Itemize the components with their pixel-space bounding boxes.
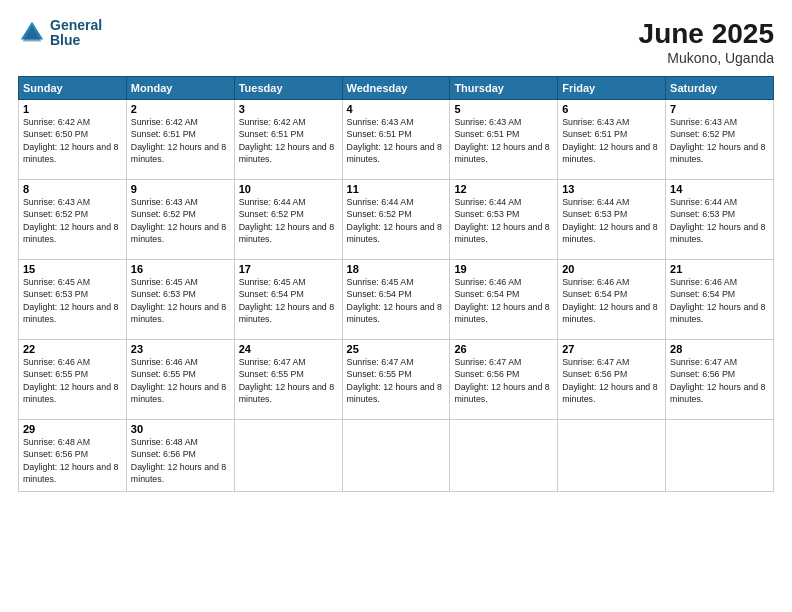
day-number: 11 bbox=[347, 183, 446, 195]
sunset-label: Sunset: 6:51 PM bbox=[562, 129, 627, 139]
day-number: 30 bbox=[131, 423, 230, 435]
sunrise-label: Sunrise: 6:45 AM bbox=[23, 277, 90, 287]
day-number: 6 bbox=[562, 103, 661, 115]
daylight-label: Daylight: 12 hours and 8 minutes. bbox=[23, 142, 118, 164]
daylight-label: Daylight: 12 hours and 8 minutes. bbox=[670, 222, 765, 244]
header: General Blue June 2025 Mukono, Uganda bbox=[18, 18, 774, 66]
weekday-header-sunday: Sunday bbox=[19, 77, 127, 100]
sunset-label: Sunset: 6:56 PM bbox=[131, 449, 196, 459]
weekday-header-row: SundayMondayTuesdayWednesdayThursdayFrid… bbox=[19, 77, 774, 100]
daylight-label: Daylight: 12 hours and 8 minutes. bbox=[239, 222, 334, 244]
sunset-label: Sunset: 6:54 PM bbox=[454, 289, 519, 299]
week-row-2: 8 Sunrise: 6:43 AM Sunset: 6:52 PM Dayli… bbox=[19, 180, 774, 260]
day-cell: 24 Sunrise: 6:47 AM Sunset: 6:55 PM Dayl… bbox=[234, 340, 342, 420]
sunset-label: Sunset: 6:56 PM bbox=[670, 369, 735, 379]
sunset-label: Sunset: 6:53 PM bbox=[562, 209, 627, 219]
day-cell: 4 Sunrise: 6:43 AM Sunset: 6:51 PM Dayli… bbox=[342, 100, 450, 180]
day-info: Sunrise: 6:42 AM Sunset: 6:51 PM Dayligh… bbox=[239, 116, 338, 165]
day-info: Sunrise: 6:45 AM Sunset: 6:53 PM Dayligh… bbox=[23, 276, 122, 325]
sunrise-label: Sunrise: 6:45 AM bbox=[131, 277, 198, 287]
week-row-3: 15 Sunrise: 6:45 AM Sunset: 6:53 PM Dayl… bbox=[19, 260, 774, 340]
sunset-label: Sunset: 6:55 PM bbox=[347, 369, 412, 379]
sunset-label: Sunset: 6:52 PM bbox=[131, 209, 196, 219]
day-number: 15 bbox=[23, 263, 122, 275]
sunrise-label: Sunrise: 6:47 AM bbox=[347, 357, 414, 367]
weekday-header-thursday: Thursday bbox=[450, 77, 558, 100]
day-cell: 21 Sunrise: 6:46 AM Sunset: 6:54 PM Dayl… bbox=[666, 260, 774, 340]
day-info: Sunrise: 6:44 AM Sunset: 6:53 PM Dayligh… bbox=[670, 196, 769, 245]
sunrise-label: Sunrise: 6:46 AM bbox=[454, 277, 521, 287]
day-number: 26 bbox=[454, 343, 553, 355]
day-cell: 7 Sunrise: 6:43 AM Sunset: 6:52 PM Dayli… bbox=[666, 100, 774, 180]
day-cell: 2 Sunrise: 6:42 AM Sunset: 6:51 PM Dayli… bbox=[126, 100, 234, 180]
daylight-label: Daylight: 12 hours and 8 minutes. bbox=[23, 302, 118, 324]
day-cell: 19 Sunrise: 6:46 AM Sunset: 6:54 PM Dayl… bbox=[450, 260, 558, 340]
location: Mukono, Uganda bbox=[639, 50, 774, 66]
day-info: Sunrise: 6:47 AM Sunset: 6:56 PM Dayligh… bbox=[670, 356, 769, 405]
sunset-label: Sunset: 6:53 PM bbox=[454, 209, 519, 219]
day-number: 20 bbox=[562, 263, 661, 275]
sunrise-label: Sunrise: 6:47 AM bbox=[454, 357, 521, 367]
day-info: Sunrise: 6:48 AM Sunset: 6:56 PM Dayligh… bbox=[131, 436, 230, 485]
day-number: 5 bbox=[454, 103, 553, 115]
day-info: Sunrise: 6:44 AM Sunset: 6:52 PM Dayligh… bbox=[239, 196, 338, 245]
day-cell bbox=[666, 420, 774, 492]
sunset-label: Sunset: 6:54 PM bbox=[562, 289, 627, 299]
daylight-label: Daylight: 12 hours and 8 minutes. bbox=[562, 382, 657, 404]
day-cell bbox=[558, 420, 666, 492]
week-row-5: 29 Sunrise: 6:48 AM Sunset: 6:56 PM Dayl… bbox=[19, 420, 774, 492]
day-number: 17 bbox=[239, 263, 338, 275]
weekday-header-friday: Friday bbox=[558, 77, 666, 100]
sunrise-label: Sunrise: 6:46 AM bbox=[562, 277, 629, 287]
day-info: Sunrise: 6:44 AM Sunset: 6:53 PM Dayligh… bbox=[454, 196, 553, 245]
sunrise-label: Sunrise: 6:43 AM bbox=[562, 117, 629, 127]
day-cell: 12 Sunrise: 6:44 AM Sunset: 6:53 PM Dayl… bbox=[450, 180, 558, 260]
day-number: 21 bbox=[670, 263, 769, 275]
sunrise-label: Sunrise: 6:44 AM bbox=[347, 197, 414, 207]
sunrise-label: Sunrise: 6:47 AM bbox=[239, 357, 306, 367]
day-number: 25 bbox=[347, 343, 446, 355]
sunset-label: Sunset: 6:52 PM bbox=[239, 209, 304, 219]
sunset-label: Sunset: 6:56 PM bbox=[454, 369, 519, 379]
sunrise-label: Sunrise: 6:42 AM bbox=[239, 117, 306, 127]
sunrise-label: Sunrise: 6:48 AM bbox=[131, 437, 198, 447]
week-row-1: 1 Sunrise: 6:42 AM Sunset: 6:50 PM Dayli… bbox=[19, 100, 774, 180]
sunset-label: Sunset: 6:53 PM bbox=[23, 289, 88, 299]
sunset-label: Sunset: 6:52 PM bbox=[670, 129, 735, 139]
sunrise-label: Sunrise: 6:47 AM bbox=[562, 357, 629, 367]
day-info: Sunrise: 6:46 AM Sunset: 6:54 PM Dayligh… bbox=[454, 276, 553, 325]
day-info: Sunrise: 6:47 AM Sunset: 6:56 PM Dayligh… bbox=[454, 356, 553, 405]
day-number: 29 bbox=[23, 423, 122, 435]
daylight-label: Daylight: 12 hours and 8 minutes. bbox=[670, 302, 765, 324]
day-cell: 13 Sunrise: 6:44 AM Sunset: 6:53 PM Dayl… bbox=[558, 180, 666, 260]
day-info: Sunrise: 6:43 AM Sunset: 6:51 PM Dayligh… bbox=[347, 116, 446, 165]
day-info: Sunrise: 6:44 AM Sunset: 6:52 PM Dayligh… bbox=[347, 196, 446, 245]
day-cell: 22 Sunrise: 6:46 AM Sunset: 6:55 PM Dayl… bbox=[19, 340, 127, 420]
daylight-label: Daylight: 12 hours and 8 minutes. bbox=[23, 462, 118, 484]
day-cell: 30 Sunrise: 6:48 AM Sunset: 6:56 PM Dayl… bbox=[126, 420, 234, 492]
day-cell: 15 Sunrise: 6:45 AM Sunset: 6:53 PM Dayl… bbox=[19, 260, 127, 340]
day-cell: 25 Sunrise: 6:47 AM Sunset: 6:55 PM Dayl… bbox=[342, 340, 450, 420]
day-cell: 5 Sunrise: 6:43 AM Sunset: 6:51 PM Dayli… bbox=[450, 100, 558, 180]
daylight-label: Daylight: 12 hours and 8 minutes. bbox=[562, 222, 657, 244]
daylight-label: Daylight: 12 hours and 8 minutes. bbox=[454, 142, 549, 164]
weekday-header-wednesday: Wednesday bbox=[342, 77, 450, 100]
daylight-label: Daylight: 12 hours and 8 minutes. bbox=[239, 142, 334, 164]
week-row-4: 22 Sunrise: 6:46 AM Sunset: 6:55 PM Dayl… bbox=[19, 340, 774, 420]
day-cell: 16 Sunrise: 6:45 AM Sunset: 6:53 PM Dayl… bbox=[126, 260, 234, 340]
day-cell bbox=[234, 420, 342, 492]
day-info: Sunrise: 6:46 AM Sunset: 6:55 PM Dayligh… bbox=[131, 356, 230, 405]
day-cell: 11 Sunrise: 6:44 AM Sunset: 6:52 PM Dayl… bbox=[342, 180, 450, 260]
sunset-label: Sunset: 6:56 PM bbox=[562, 369, 627, 379]
day-cell: 28 Sunrise: 6:47 AM Sunset: 6:56 PM Dayl… bbox=[666, 340, 774, 420]
weekday-header-saturday: Saturday bbox=[666, 77, 774, 100]
daylight-label: Daylight: 12 hours and 8 minutes. bbox=[454, 382, 549, 404]
day-info: Sunrise: 6:46 AM Sunset: 6:54 PM Dayligh… bbox=[670, 276, 769, 325]
day-number: 27 bbox=[562, 343, 661, 355]
sunrise-label: Sunrise: 6:44 AM bbox=[239, 197, 306, 207]
month-title: June 2025 bbox=[639, 18, 774, 50]
day-cell: 9 Sunrise: 6:43 AM Sunset: 6:52 PM Dayli… bbox=[126, 180, 234, 260]
sunrise-label: Sunrise: 6:44 AM bbox=[670, 197, 737, 207]
sunrise-label: Sunrise: 6:43 AM bbox=[347, 117, 414, 127]
day-number: 16 bbox=[131, 263, 230, 275]
